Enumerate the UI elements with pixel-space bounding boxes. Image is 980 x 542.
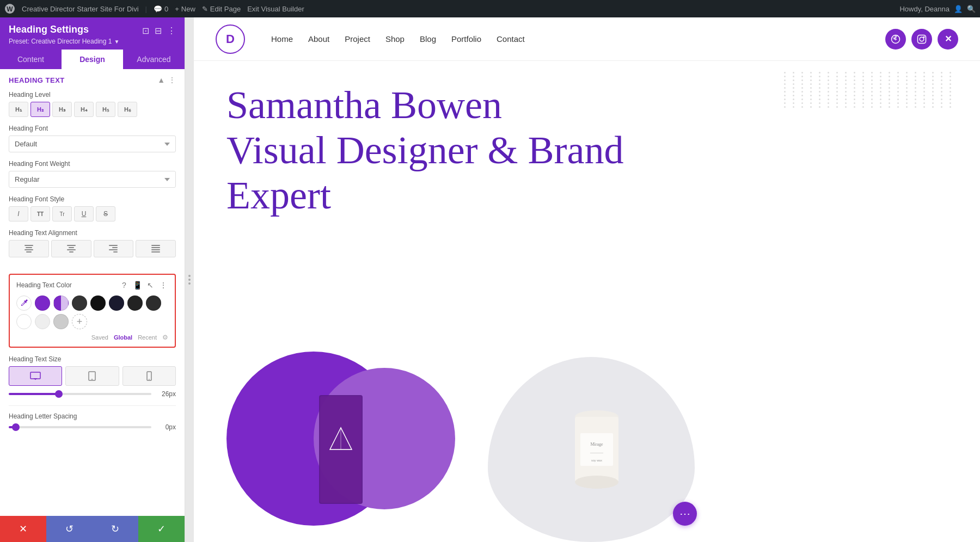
align-left-button[interactable] [9, 240, 49, 257]
panel-divider [9, 405, 176, 406]
color-tab-global[interactable]: Global [114, 334, 132, 341]
panel-menu-icon[interactable]: ⋮ [167, 26, 176, 36]
dot [801, 106, 803, 108]
letter-spacing-slider-track[interactable] [9, 426, 151, 428]
color-swatch-near-black[interactable] [90, 295, 106, 311]
heading-level-h3[interactable]: H₃ [52, 102, 72, 117]
nav-contact[interactable]: Contact [497, 34, 525, 44]
dribbble-icon[interactable] [885, 29, 906, 50]
dot [810, 95, 812, 96]
style-underline-button[interactable]: U [74, 206, 94, 221]
heading-font-weight-select[interactable]: Regular [9, 171, 176, 188]
nav-home[interactable]: Home [271, 34, 293, 44]
tab-design[interactable]: Design [62, 50, 123, 69]
section-menu-icon[interactable]: ⋮ [168, 76, 176, 84]
nav-project[interactable]: Project [345, 34, 370, 44]
dot [950, 79, 951, 81]
site-header: D Home About Project Shop Blog Portfolio… [194, 17, 980, 61]
align-center-button[interactable] [51, 240, 91, 257]
dot [889, 98, 890, 100]
dot [836, 106, 838, 108]
color-swatch-black2[interactable] [127, 295, 143, 311]
dot [801, 98, 803, 100]
style-italic-button[interactable]: I [9, 206, 28, 221]
dot [941, 79, 942, 81]
resize-handle[interactable] [185, 17, 194, 542]
tab-content[interactable]: Content [0, 50, 62, 69]
color-swatch-white[interactable] [16, 314, 32, 329]
color-settings-icon[interactable]: ⚙ [162, 334, 168, 341]
color-swatch-purple[interactable] [35, 295, 50, 311]
color-swatch-dark-gray[interactable] [72, 295, 87, 311]
nav-blog[interactable]: Blog [420, 34, 436, 44]
heading-letter-spacing-label: Heading Letter Spacing [9, 412, 176, 420]
device-tablet-button[interactable] [65, 366, 119, 386]
device-mobile-button[interactable] [122, 366, 176, 386]
align-justify-button[interactable] [136, 240, 176, 257]
instagram-icon[interactable] [911, 29, 932, 50]
edit-page-button[interactable]: ✎ Edit Page [202, 5, 241, 13]
panel-settings-icon[interactable]: ⊡ [142, 26, 149, 36]
dot [950, 106, 951, 108]
heading-level-h4[interactable]: H₄ [74, 102, 94, 117]
site-logo[interactable]: D [216, 24, 245, 54]
twitter-x-icon[interactable]: ✕ [938, 29, 958, 50]
heading-level-h1[interactable]: H₁ [9, 102, 28, 117]
color-swatch-charcoal[interactable] [146, 295, 161, 311]
new-button[interactable]: + New [175, 5, 195, 13]
color-add-button[interactable]: + [72, 314, 87, 329]
svg-point-8 [149, 379, 150, 380]
comment-count[interactable]: 💬 0 [154, 5, 168, 13]
dot [810, 106, 812, 108]
heading-level-h5[interactable]: H₅ [96, 102, 115, 117]
color-swatch-light-gray[interactable] [35, 314, 50, 329]
save-button[interactable]: ✓ [138, 516, 185, 542]
section-collapse-icon[interactable]: ▲ [157, 76, 165, 84]
text-size-slider-track[interactable] [9, 393, 151, 395]
color-swatch-half-purple[interactable] [53, 295, 69, 311]
letter-spacing-thumb[interactable] [12, 423, 20, 431]
dot [801, 91, 803, 93]
color-swatch-dark-navy[interactable] [109, 295, 124, 311]
float-action-button[interactable]: ⋯ [673, 502, 697, 526]
exit-builder-button[interactable]: Exit Visual Builder [247, 5, 304, 13]
color-cursor-icon[interactable]: ↖ [145, 280, 155, 290]
panel-preset[interactable]: Preset: Creative Director Heading 1 ▼ [9, 38, 176, 45]
undo-button[interactable]: ↺ [46, 516, 93, 542]
site-name[interactable]: Creative Director Starter Site For Divi [22, 5, 139, 13]
color-eyedropper[interactable] [16, 295, 32, 311]
avatar[interactable]: 👤 [954, 5, 963, 13]
heading-level-h6[interactable]: H₆ [118, 102, 137, 117]
slider-thumb[interactable] [55, 390, 63, 398]
color-help-icon[interactable]: ? [119, 280, 129, 290]
dot [810, 72, 812, 73]
color-swatch-gray[interactable] [53, 314, 69, 329]
color-device-icon[interactable]: 📱 [132, 280, 142, 290]
dot [880, 102, 881, 104]
color-tab-recent[interactable]: Recent [138, 334, 157, 341]
style-capitalize-button[interactable]: Tr [52, 206, 72, 221]
heading-font-select[interactable]: Default [9, 136, 176, 152]
dot [784, 98, 786, 100]
style-uppercase-button[interactable]: TT [30, 206, 50, 221]
dot [906, 83, 908, 85]
tab-advanced[interactable]: Advanced [123, 50, 185, 69]
panel-expand-icon[interactable]: ⊟ [155, 26, 162, 36]
dot [932, 79, 934, 81]
color-more-icon[interactable]: ⋮ [158, 280, 168, 290]
redo-button[interactable]: ↻ [93, 516, 139, 542]
heading-level-h2[interactable]: H₂ [30, 102, 50, 117]
style-strikethrough-button[interactable]: S [96, 206, 115, 221]
nav-about[interactable]: About [308, 34, 329, 44]
wp-logo-icon[interactable]: W [4, 3, 15, 14]
dot [810, 87, 812, 89]
device-desktop-button[interactable] [9, 366, 62, 386]
dot [923, 87, 925, 89]
search-icon[interactable]: 🔍 [967, 5, 976, 13]
nav-shop[interactable]: Shop [385, 34, 405, 44]
dot [915, 87, 916, 89]
nav-portfolio[interactable]: Portfolio [451, 34, 481, 44]
color-tab-saved[interactable]: Saved [91, 334, 108, 341]
cancel-button[interactable]: ✕ [0, 516, 46, 542]
align-right-button[interactable] [94, 240, 134, 257]
